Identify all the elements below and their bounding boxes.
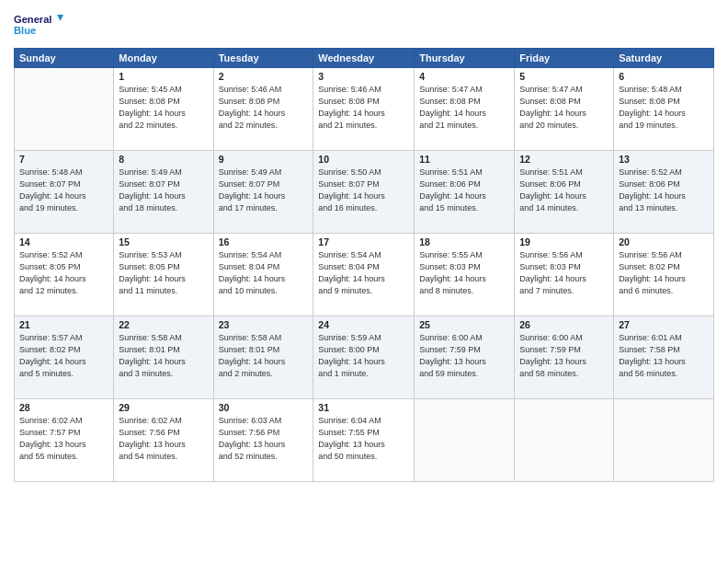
- calendar-cell: [515, 399, 614, 482]
- calendar-cell: 5Sunrise: 5:47 AM Sunset: 8:08 PM Daylig…: [515, 68, 614, 151]
- svg-text:Blue: Blue: [14, 25, 36, 36]
- day-info: Sunrise: 6:02 AM Sunset: 7:57 PM Dayligh…: [19, 415, 108, 463]
- day-info: Sunrise: 6:01 AM Sunset: 7:58 PM Dayligh…: [619, 332, 709, 380]
- calendar-cell: 25Sunrise: 6:00 AM Sunset: 7:59 PM Dayli…: [415, 316, 515, 399]
- calendar-cell: 7Sunrise: 5:48 AM Sunset: 8:07 PM Daylig…: [15, 151, 114, 234]
- calendar-cell: 30Sunrise: 6:03 AM Sunset: 7:56 PM Dayli…: [213, 399, 313, 482]
- calendar-table: SundayMondayTuesdayWednesdayThursdayFrid…: [14, 48, 714, 482]
- calendar-cell: 10Sunrise: 5:50 AM Sunset: 8:07 PM Dayli…: [313, 151, 415, 234]
- day-number: 26: [519, 319, 609, 330]
- calendar-cell: 12Sunrise: 5:51 AM Sunset: 8:06 PM Dayli…: [515, 151, 614, 234]
- day-info: Sunrise: 5:51 AM Sunset: 8:06 PM Dayligh…: [419, 167, 509, 214]
- weekday-wednesday: Wednesday: [313, 49, 415, 68]
- weekday-thursday: Thursday: [415, 49, 515, 68]
- calendar-cell: 29Sunrise: 6:02 AM Sunset: 7:56 PM Dayli…: [114, 399, 213, 482]
- day-info: Sunrise: 5:47 AM Sunset: 8:08 PM Dayligh…: [519, 84, 609, 132]
- logo: General Blue: [14, 9, 69, 42]
- calendar-cell: 23Sunrise: 5:58 AM Sunset: 8:01 PM Dayli…: [213, 316, 313, 399]
- day-number: 20: [619, 236, 709, 247]
- day-info: Sunrise: 5:48 AM Sunset: 8:08 PM Dayligh…: [619, 84, 709, 132]
- calendar-cell: 14Sunrise: 5:52 AM Sunset: 8:05 PM Dayli…: [15, 234, 114, 316]
- day-info: Sunrise: 5:53 AM Sunset: 8:05 PM Dayligh…: [119, 249, 208, 297]
- day-info: Sunrise: 6:03 AM Sunset: 7:56 PM Dayligh…: [219, 415, 309, 463]
- day-info: Sunrise: 6:02 AM Sunset: 7:56 PM Dayligh…: [119, 415, 208, 463]
- calendar-cell: 13Sunrise: 5:52 AM Sunset: 8:06 PM Dayli…: [614, 151, 714, 234]
- day-info: Sunrise: 6:04 AM Sunset: 7:55 PM Dayligh…: [318, 415, 409, 463]
- calendar-cell: 27Sunrise: 6:01 AM Sunset: 7:58 PM Dayli…: [614, 316, 714, 399]
- day-info: Sunrise: 5:54 AM Sunset: 8:04 PM Dayligh…: [318, 249, 409, 297]
- calendar-cell: 11Sunrise: 5:51 AM Sunset: 8:06 PM Dayli…: [415, 151, 515, 234]
- day-info: Sunrise: 5:49 AM Sunset: 8:07 PM Dayligh…: [119, 167, 208, 214]
- calendar-cell: 17Sunrise: 5:54 AM Sunset: 8:04 PM Dayli…: [313, 234, 415, 316]
- weekday-header-row: SundayMondayTuesdayWednesdayThursdayFrid…: [15, 49, 714, 68]
- day-number: 12: [519, 154, 609, 165]
- calendar-cell: 6Sunrise: 5:48 AM Sunset: 8:08 PM Daylig…: [614, 68, 714, 151]
- calendar-cell: 19Sunrise: 5:56 AM Sunset: 8:03 PM Dayli…: [515, 234, 614, 316]
- calendar-cell: [415, 399, 515, 482]
- day-info: Sunrise: 5:52 AM Sunset: 8:06 PM Dayligh…: [619, 167, 709, 214]
- calendar-week-4: 21Sunrise: 5:57 AM Sunset: 8:02 PM Dayli…: [15, 316, 714, 399]
- day-number: 28: [19, 402, 108, 413]
- calendar-cell: 20Sunrise: 5:56 AM Sunset: 8:02 PM Dayli…: [614, 234, 714, 316]
- day-number: 1: [119, 71, 208, 82]
- day-info: Sunrise: 5:59 AM Sunset: 8:00 PM Dayligh…: [318, 332, 409, 380]
- day-number: 10: [318, 154, 409, 165]
- day-number: 3: [318, 71, 409, 82]
- day-number: 18: [419, 236, 509, 247]
- day-info: Sunrise: 5:51 AM Sunset: 8:06 PM Dayligh…: [519, 167, 609, 214]
- day-number: 4: [419, 71, 509, 82]
- calendar-cell: [15, 68, 114, 151]
- day-info: Sunrise: 5:58 AM Sunset: 8:01 PM Dayligh…: [219, 332, 309, 380]
- day-info: Sunrise: 5:54 AM Sunset: 8:04 PM Dayligh…: [219, 249, 309, 297]
- day-info: Sunrise: 5:56 AM Sunset: 8:03 PM Dayligh…: [519, 249, 609, 297]
- day-number: 15: [119, 236, 208, 247]
- svg-marker-2: [57, 15, 63, 21]
- day-number: 16: [219, 236, 309, 247]
- day-number: 9: [219, 154, 309, 165]
- day-number: 29: [119, 402, 208, 413]
- calendar-cell: 22Sunrise: 5:58 AM Sunset: 8:01 PM Dayli…: [114, 316, 213, 399]
- day-number: 19: [519, 236, 609, 247]
- day-info: Sunrise: 6:00 AM Sunset: 7:59 PM Dayligh…: [519, 332, 609, 380]
- day-info: Sunrise: 5:55 AM Sunset: 8:03 PM Dayligh…: [419, 249, 509, 297]
- day-number: 22: [119, 319, 208, 330]
- header: General Blue: [14, 9, 714, 42]
- weekday-monday: Monday: [114, 49, 213, 68]
- day-info: Sunrise: 5:58 AM Sunset: 8:01 PM Dayligh…: [119, 332, 208, 380]
- weekday-tuesday: Tuesday: [213, 49, 313, 68]
- calendar-cell: 3Sunrise: 5:46 AM Sunset: 8:08 PM Daylig…: [313, 68, 415, 151]
- day-info: Sunrise: 5:48 AM Sunset: 8:07 PM Dayligh…: [19, 167, 108, 214]
- day-number: 13: [619, 154, 709, 165]
- calendar-page: General Blue SundayMondayTuesdayWednesda…: [0, 0, 728, 563]
- calendar-cell: 9Sunrise: 5:49 AM Sunset: 8:07 PM Daylig…: [213, 151, 313, 234]
- weekday-sunday: Sunday: [15, 49, 114, 68]
- day-number: 2: [219, 71, 309, 82]
- calendar-cell: 21Sunrise: 5:57 AM Sunset: 8:02 PM Dayli…: [15, 316, 114, 399]
- day-info: Sunrise: 5:50 AM Sunset: 8:07 PM Dayligh…: [318, 167, 409, 214]
- day-number: 14: [19, 236, 108, 247]
- calendar-week-5: 28Sunrise: 6:02 AM Sunset: 7:57 PM Dayli…: [15, 399, 714, 482]
- calendar-cell: 2Sunrise: 5:46 AM Sunset: 8:08 PM Daylig…: [213, 68, 313, 151]
- weekday-saturday: Saturday: [614, 49, 714, 68]
- calendar-cell: 31Sunrise: 6:04 AM Sunset: 7:55 PM Dayli…: [313, 399, 415, 482]
- day-number: 21: [19, 319, 108, 330]
- day-info: Sunrise: 5:49 AM Sunset: 8:07 PM Dayligh…: [219, 167, 309, 214]
- day-info: Sunrise: 5:46 AM Sunset: 8:08 PM Dayligh…: [318, 84, 409, 132]
- day-info: Sunrise: 5:47 AM Sunset: 8:08 PM Dayligh…: [419, 84, 509, 132]
- day-number: 6: [619, 71, 709, 82]
- calendar-cell: 24Sunrise: 5:59 AM Sunset: 8:00 PM Dayli…: [313, 316, 415, 399]
- svg-text:General: General: [14, 14, 51, 25]
- day-number: 7: [19, 154, 108, 165]
- calendar-cell: 28Sunrise: 6:02 AM Sunset: 7:57 PM Dayli…: [15, 399, 114, 482]
- calendar-week-3: 14Sunrise: 5:52 AM Sunset: 8:05 PM Dayli…: [15, 234, 714, 316]
- weekday-friday: Friday: [515, 49, 614, 68]
- calendar-cell: 1Sunrise: 5:45 AM Sunset: 8:08 PM Daylig…: [114, 68, 213, 151]
- day-info: Sunrise: 5:56 AM Sunset: 8:02 PM Dayligh…: [619, 249, 709, 297]
- calendar-cell: 18Sunrise: 5:55 AM Sunset: 8:03 PM Dayli…: [415, 234, 515, 316]
- day-info: Sunrise: 5:52 AM Sunset: 8:05 PM Dayligh…: [19, 249, 108, 297]
- day-number: 31: [318, 402, 409, 413]
- calendar-cell: 26Sunrise: 6:00 AM Sunset: 7:59 PM Dayli…: [515, 316, 614, 399]
- day-number: 5: [519, 71, 609, 82]
- day-number: 25: [419, 319, 509, 330]
- calendar-week-1: 1Sunrise: 5:45 AM Sunset: 8:08 PM Daylig…: [15, 68, 714, 151]
